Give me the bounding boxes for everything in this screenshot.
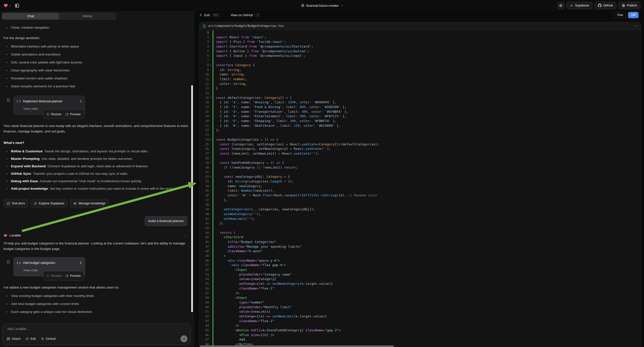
list-item: Minimalist interface with plenty of whit…	[4, 44, 190, 49]
chat-scrollbar-thumb[interactable]	[191, 85, 193, 312]
code-line: 60 placeholder="Monthly limit"	[200, 305, 641, 310]
code-horizontal-scrollbar[interactable]	[200, 346, 394, 347]
list-item: Rounded corners and subtle shadows	[4, 76, 190, 81]
preview-button[interactable]: Preview	[66, 273, 81, 278]
list-item: Clean typography with clear hierarchies	[4, 68, 190, 73]
code-line: 18 { id: '3', name: 'Transportation', li…	[200, 110, 641, 114]
bookmark-icon[interactable]	[6, 260, 10, 264]
visit-docs-button[interactable]: Visit docs	[4, 200, 28, 207]
code-line: 15∨const defaultCategories: Category[] =…	[200, 96, 641, 100]
code-line: 19 { id: '4', name: 'Entertainment', lim…	[200, 114, 641, 119]
publish-button[interactable]: Publish	[618, 2, 640, 9]
code-line: 23	[200, 133, 641, 138]
list-item: Each category gets a unique color for vi…	[4, 309, 190, 315]
list-item: Refine & Customize: Tweak the design, an…	[4, 148, 190, 154]
restore-button[interactable]: Restore	[46, 112, 62, 117]
code-line: 38	[200, 202, 641, 207]
attach-button[interactable]: Attach	[7, 337, 20, 340]
code-line: 63 className="flex-1"	[200, 319, 641, 324]
supabase-button[interactable]: Supabase	[566, 2, 592, 9]
code-line: 30 if (!newCategory || !newLimit) return…	[200, 165, 641, 170]
code-line: 28	[200, 156, 641, 161]
main-area: Chat History Clean, intuitive navigation…	[0, 11, 644, 347]
assistant-header: Lovable ···	[4, 233, 191, 238]
version-card-title: Implement financial planner	[23, 98, 77, 104]
chat-history-tabs: Chat History	[2, 12, 116, 20]
code-icon	[17, 100, 21, 103]
code-line: 45 <ChartCard	[200, 235, 641, 240]
github-button[interactable]: GitHub	[594, 2, 616, 9]
explore-supabase-button[interactable]: Explore Supabase	[30, 200, 68, 207]
code-line: 16 { id: '1', name: 'Housing', limit: 15…	[200, 100, 641, 105]
code-line: 22];	[200, 128, 641, 133]
globe-icon	[301, 4, 304, 7]
raw-button[interactable]: Raw	[614, 12, 626, 18]
list-item: Debug with Ease: Activate our experiment…	[4, 178, 190, 184]
code-editor[interactable]: 12import React from 'react';3import { Pl…	[200, 30, 641, 347]
code-panel: Exit ESC View on GitHub G Raw Diff src/c…	[194, 11, 644, 347]
code-lines: 12import React from 'react';3import { Pl…	[200, 30, 641, 347]
diff-button[interactable]: Diff	[628, 12, 638, 18]
code-line: 56 className="flex-1"	[200, 286, 641, 291]
ready-paragraph: Your sleek financial planner is now read…	[4, 123, 189, 134]
exit-button[interactable]: Exit	[204, 13, 210, 17]
code-line: 24∨const BudgetCategories = () => {	[200, 138, 641, 142]
code-line: 5import { Button } from '@/components/ui…	[200, 49, 641, 54]
version-card-wrap: Add budget categories View code Restore	[14, 257, 96, 276]
code-line: 53 placeholder="Category name"	[200, 272, 641, 277]
chat-scroll-area[interactable]: Clean, intuitive navigation For the desi…	[0, 20, 194, 336]
code-line: 6import { Input } from '@/components/ui/…	[200, 54, 641, 58]
restore-icon	[46, 113, 50, 116]
topbar-left	[4, 3, 20, 8]
code-line: 35 limit: Number(newLimit),	[200, 188, 641, 193]
tab-chat[interactable]: Chat	[2, 13, 59, 20]
settings-button[interactable]: ⚙	[557, 2, 564, 9]
bookmark-icon[interactable]	[6, 98, 10, 102]
g-key-badge: G	[255, 13, 260, 17]
code-line: 54 value={newCategory}	[200, 277, 641, 282]
target-icon	[26, 337, 29, 340]
code-line: 9 id: string;	[200, 68, 641, 72]
publish-label: Publish	[627, 4, 637, 7]
code-line: 40 setNewCategory('');	[200, 212, 641, 216]
code-line: 37 };	[200, 198, 641, 202]
code-line: 17 { id: '2', name: 'Food & Dining', lim…	[200, 105, 641, 110]
code-line: 43	[200, 226, 641, 230]
file-header[interactable]: src/components/budget/BudgetCategories.t…	[200, 22, 641, 30]
lovable-logo-menu[interactable]	[4, 3, 11, 8]
gear-icon: ⚙	[559, 4, 562, 8]
edit-select-button[interactable]: Edit	[26, 337, 36, 340]
code-line: 59 type="number"	[200, 300, 641, 305]
github-icon	[598, 4, 602, 7]
restore-icon	[46, 274, 50, 277]
view-on-github-button[interactable]: View on GitHub	[230, 13, 253, 17]
chat-bubble-icon	[34, 202, 37, 205]
code-line: 20 { id: '5', name: 'Shopping', limit: 2…	[200, 119, 641, 124]
chat-input-field[interactable]	[7, 327, 176, 331]
code-line: 10 name: string;	[200, 72, 641, 77]
code-line: 11 limit: number;	[200, 77, 641, 82]
list-item: View existing budget categories with the…	[4, 293, 190, 299]
code-line: 33 id: String(categories.length + 1),	[200, 179, 641, 184]
mode-selector[interactable]: Default	[41, 337, 60, 340]
external-link-icon	[7, 202, 10, 205]
code-line: 58 <Input	[200, 296, 641, 300]
tab-history[interactable]: History	[59, 13, 116, 20]
message-menu-button[interactable]: ···	[183, 233, 191, 238]
preview-button[interactable]: Preview	[66, 112, 81, 117]
added-bullet-list: View existing budget categories with the…	[4, 293, 191, 315]
code-line: 47 subtitle="Manage your spending limits…	[200, 244, 641, 249]
collapse-chevron-up-icon[interactable]	[635, 25, 638, 28]
restore-button[interactable]: Restore	[46, 273, 62, 278]
version-card-title: Add budget categories	[23, 260, 77, 266]
project-switcher[interactable]: financial-future-creator	[301, 0, 343, 11]
bullet-list: Clean, intuitive navigation	[4, 25, 191, 30]
code-line: 1	[200, 30, 641, 35]
send-button[interactable]	[180, 335, 188, 342]
chevron-left-icon	[200, 14, 202, 16]
manage-knowledge-button[interactable]: Manage knowledge	[70, 200, 108, 207]
code-line: 3import { Plus } from 'lucide-react';	[200, 40, 641, 44]
panel-toggle-button[interactable]	[15, 3, 20, 8]
list-item: Add new budget categories with custom li…	[4, 301, 190, 307]
design-intro-text: For the design aesthetic:	[4, 35, 189, 41]
